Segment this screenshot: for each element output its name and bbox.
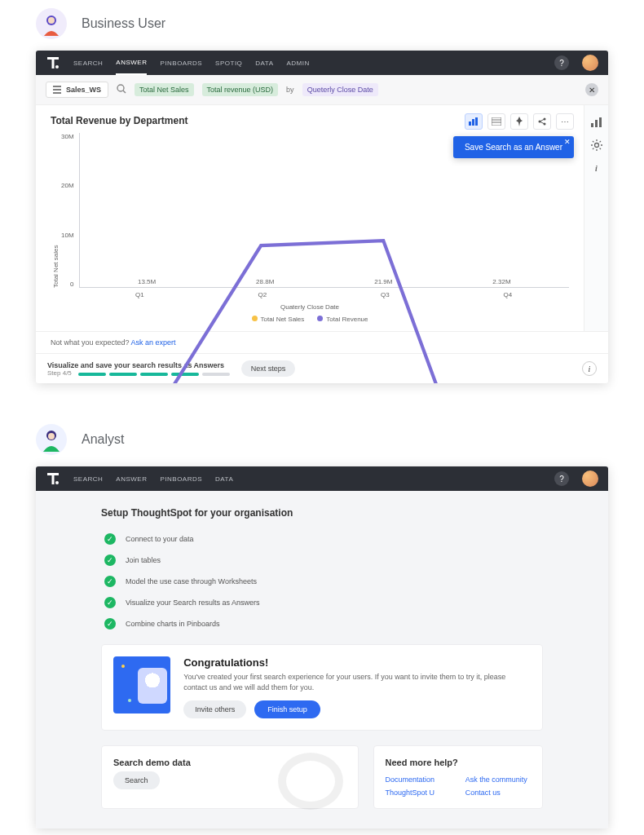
invite-others-button[interactable]: Invite others <box>183 700 246 718</box>
check-item-2[interactable]: ✓Join tables <box>104 554 543 566</box>
user-avatar-2[interactable] <box>582 471 598 487</box>
next-steps-button[interactable]: Next steps <box>241 360 296 377</box>
svg-point-1 <box>48 17 55 24</box>
nav-admin[interactable]: ADMIN <box>286 52 309 74</box>
chart-type-button[interactable] <box>465 113 483 130</box>
bar-label-q3: 21.9M <box>374 278 392 285</box>
setup-checklist: ✓Connect to your data ✓Join tables ✓Mode… <box>101 530 543 630</box>
svg-line-6 <box>123 91 126 93</box>
check-icon: ✓ <box>104 576 116 587</box>
pin-button[interactable] <box>510 113 528 130</box>
check-icon: ✓ <box>104 533 116 545</box>
search-pill-measure-2[interactable]: Total revenue (USD) <box>202 83 279 96</box>
ask-expert-link[interactable]: Ask an expert <box>131 338 176 347</box>
nav-data[interactable]: DATA <box>255 52 273 74</box>
svg-point-24 <box>55 481 59 484</box>
check-icon: ✓ <box>104 597 116 608</box>
onboarding-footer: Visualize and save your search results a… <box>36 353 608 383</box>
y-axis-ticks: 30M 20M 10M 0 <box>61 133 79 288</box>
check-item-4[interactable]: ✓Visualize your Search results as Answer… <box>104 597 543 608</box>
check-item-5[interactable]: ✓Combine charts in Pinboards <box>104 618 543 630</box>
persona-label-analyst: Analyst <box>82 432 124 447</box>
top-nav: SEARCH ANSWER PINBOARDS SPOTIQ DATA ADMI… <box>36 51 608 75</box>
help-icon-2[interactable]: ? <box>554 471 569 486</box>
nav2-data[interactable]: DATA <box>215 468 233 490</box>
svg-rect-7 <box>469 121 471 126</box>
clear-search-button[interactable]: ✕ <box>585 83 598 96</box>
svg-rect-18 <box>599 117 602 127</box>
nav2-answer[interactable]: ANSWER <box>116 468 147 490</box>
footer-step-count: Step 4/5 <box>47 369 72 377</box>
demo-search-button[interactable]: Search <box>113 771 160 789</box>
finish-setup-button[interactable]: Finish setup <box>254 700 320 718</box>
nav2-pinboards[interactable]: PINBOARDS <box>160 468 202 490</box>
more-button[interactable]: ⋯ <box>556 113 574 130</box>
settings-icon[interactable] <box>589 138 604 152</box>
help-link-documentation[interactable]: Documentation <box>386 775 451 784</box>
x-axis-ticks: Q1 Q2 Q3 Q4 <box>51 291 569 298</box>
nav-answer[interactable]: ANSWER <box>116 51 147 75</box>
help-link-thoughtspot-u[interactable]: ThoughtSpot U <box>386 789 451 797</box>
footer-step-title: Visualize and save your search results a… <box>47 361 230 369</box>
y-axis-label: Total Net sales <box>51 133 61 288</box>
svg-rect-3 <box>52 57 55 68</box>
business-user-avatar <box>36 8 67 39</box>
share-button[interactable] <box>533 113 551 130</box>
search-bar: Sales_WS Total Net Sales Total revenue (… <box>36 75 608 105</box>
svg-rect-9 <box>475 117 478 126</box>
bar-label-q2: 28.8M <box>256 278 274 285</box>
table-view-button[interactable] <box>487 113 505 130</box>
help-link-community[interactable]: Ask the community <box>465 775 531 784</box>
help-icon[interactable]: ? <box>554 55 569 70</box>
footer-info-icon[interactable]: i <box>582 361 597 376</box>
worksheet-name: Sales_WS <box>66 86 101 94</box>
svg-point-19 <box>594 144 598 148</box>
x-axis-label: Quaterly Close Date <box>51 303 569 311</box>
check-item-1[interactable]: ✓Connect to your data <box>104 533 543 545</box>
search-pill-dimension[interactable]: Queterly Close Date <box>302 83 378 96</box>
svg-point-5 <box>117 85 124 91</box>
need-help-card: Need more help? Documentation Ask the co… <box>373 745 543 809</box>
search-icon <box>117 84 126 95</box>
congrats-text: You've created your first search experie… <box>183 672 531 692</box>
svg-point-4 <box>55 65 59 68</box>
info-icon[interactable]: i <box>589 161 604 175</box>
search-demo-card: Search demo data Search <box>101 745 359 809</box>
nav-spotiq[interactable]: SPOTIQ <box>215 52 242 74</box>
analyst-app: SEARCH ANSWER PINBOARDS DATA ? Setup Tho… <box>36 466 608 828</box>
user-avatar[interactable] <box>582 55 598 71</box>
check-icon: ✓ <box>104 554 116 566</box>
app-logo <box>46 55 60 70</box>
svg-rect-16 <box>591 123 593 127</box>
help-title: Need more help? <box>386 758 531 767</box>
svg-point-21 <box>48 433 55 440</box>
search-pill-measure-1[interactable]: Total Net Sales <box>135 83 194 96</box>
app-logo-2 <box>46 471 60 486</box>
nav-search[interactable]: SEARCH <box>73 52 103 74</box>
business-user-app: SEARCH ANSWER PINBOARDS SPOTIQ DATA ADMI… <box>36 51 608 383</box>
progress-bar <box>78 373 230 376</box>
check-item-3[interactable]: ✓Model the use case through Worksheets <box>104 576 543 587</box>
congrats-heading: Congratulations! <box>183 656 531 669</box>
side-rail: i <box>584 105 608 331</box>
not-expected-row: Not what you expected? Ask an expert <box>36 331 608 353</box>
worksheet-picker[interactable]: Sales_WS <box>46 82 108 98</box>
list-icon <box>53 86 61 94</box>
nav2-search[interactable]: SEARCH <box>73 468 103 490</box>
nav-pinboards[interactable]: PINBOARDS <box>160 52 202 74</box>
chart-plot: 13.5M 28.8M 21.9M 2.32M <box>79 133 569 288</box>
magnifier-bg-icon <box>278 753 343 810</box>
chart-toolbar: ⋯ <box>465 113 574 130</box>
congrats-illustration <box>113 656 170 714</box>
svg-rect-10 <box>492 117 501 126</box>
help-link-contact[interactable]: Contact us <box>465 789 531 797</box>
check-icon: ✓ <box>104 618 116 630</box>
top-nav-2: SEARCH ANSWER PINBOARDS DATA ? <box>36 466 608 491</box>
chart-config-icon[interactable] <box>589 115 604 130</box>
bar-label-q1: 13.5M <box>138 278 156 285</box>
chart-legend: Total Net Sales Total Revenue <box>51 316 569 323</box>
setup-title: Setup ThoughtSpot for your organisation <box>101 507 543 519</box>
svg-rect-23 <box>52 473 55 484</box>
congrats-card: Congratulations! You've created your fir… <box>101 644 543 731</box>
svg-rect-17 <box>595 120 598 127</box>
